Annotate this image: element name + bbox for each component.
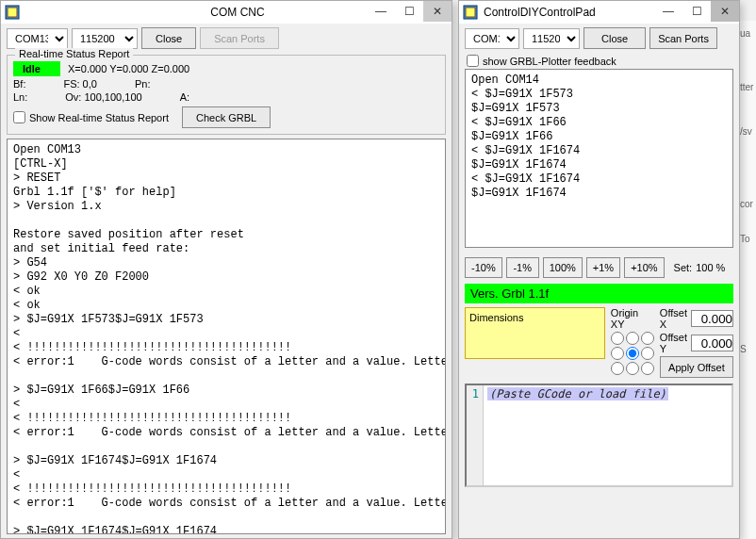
origin-bc[interactable]	[626, 362, 639, 375]
override-row: -10% -1% 100% +1% +10% Set: 100 %	[459, 253, 739, 282]
origin-grid	[611, 332, 654, 375]
dimensions-box: Dimensions	[465, 307, 605, 359]
gcode-text[interactable]: (Paste GCode or load file)	[484, 385, 731, 485]
minimize-button[interactable]: —	[654, 1, 682, 22]
position-readout: X=0.000 Y=0.000 Z=0.000	[68, 63, 189, 74]
origin-bl[interactable]	[611, 362, 624, 375]
check-grbl-button[interactable]: Check GRBL	[182, 106, 271, 128]
set-value: 100 %	[696, 262, 725, 273]
origin-br[interactable]	[641, 362, 654, 375]
bf-label: Bf:	[13, 78, 25, 90]
origin-ml[interactable]	[611, 347, 624, 360]
status-badge: Idle	[13, 61, 60, 76]
background-fragment: ua tter /sv cor To S	[737, 21, 756, 539]
offset-x-input[interactable]	[691, 310, 733, 327]
scan-ports-button[interactable]: Scan Ports	[200, 27, 279, 49]
port-select[interactable]: COM13	[7, 28, 68, 49]
scan-ports-button[interactable]: Scan Ports	[649, 27, 717, 49]
override-m10-button[interactable]: -10%	[465, 257, 502, 278]
app-icon	[463, 5, 478, 20]
svg-rect-1	[8, 8, 17, 17]
origin-tr[interactable]	[641, 332, 654, 345]
close-button[interactable]: ✕	[711, 1, 739, 22]
window-com-cnc: COM CNC — ☐ ✕ COM13 115200 Close Scan Po…	[0, 0, 452, 539]
override-p1-button[interactable]: +1%	[586, 257, 620, 278]
app-icon	[5, 5, 20, 20]
show-feedback-checkbox-input[interactable]	[467, 55, 479, 67]
status-group-title: Real-time Status Report	[15, 48, 133, 59]
override-p10-button[interactable]: +10%	[624, 257, 664, 278]
origin-mr[interactable]	[641, 347, 654, 360]
origin-mc[interactable]	[626, 347, 639, 360]
serial-console-right[interactable]: Open COM14 < $J=G91X 1F573 $J=G91X 1F573…	[465, 69, 733, 248]
maximize-button[interactable]: ☐	[395, 1, 423, 22]
origin-tl[interactable]	[611, 332, 624, 345]
maximize-button[interactable]: ☐	[682, 1, 711, 22]
serial-console-left[interactable]: Open COM13 [CTRL-X] > RESET Grbl 1.1f ['…	[7, 139, 446, 534]
show-rt-checkbox[interactable]: Show Real-time Status Report	[13, 111, 169, 123]
svg-rect-3	[466, 8, 475, 17]
show-rt-checkbox-input[interactable]	[13, 111, 25, 123]
gcode-editor[interactable]: 1 (Paste GCode or load file)	[465, 384, 733, 487]
gcode-gutter: 1	[467, 385, 484, 485]
fs-label: FS: 0,0	[63, 78, 96, 90]
close-port-button[interactable]: Close	[583, 27, 646, 49]
offset-y-label: Offset Y	[660, 332, 687, 354]
port-select[interactable]: COM14	[465, 28, 519, 49]
override-m1-button[interactable]: -1%	[506, 257, 539, 278]
baud-select[interactable]: 115200	[523, 28, 580, 49]
titlebar-control-pad[interactable]: ControlDIYControlPad — ☐ ✕	[459, 1, 739, 24]
titlebar-com-cnc[interactable]: COM CNC — ☐ ✕	[1, 1, 452, 24]
pn-label: Pn:	[135, 78, 151, 90]
version-bar: Vers. Grbl 1.1f	[465, 284, 733, 303]
offset-x-label: Offset X	[660, 307, 687, 330]
origin-label: Origin XY	[611, 307, 654, 330]
ln-label: Ln:	[13, 91, 27, 103]
close-port-button[interactable]: Close	[141, 27, 196, 49]
window-control-pad: ControlDIYControlPad — ☐ ✕ COM14 115200 …	[458, 0, 740, 539]
ov-label: Ov: 100,100,100	[65, 91, 141, 103]
a-label: A:	[180, 91, 189, 103]
origin-tc[interactable]	[626, 332, 639, 345]
override-100-button[interactable]: 100%	[543, 257, 583, 278]
close-button[interactable]: ✕	[423, 1, 452, 22]
dimensions-row: Dimensions Origin XY	[459, 305, 739, 380]
status-groupbox: Real-time Status Report Idle X=0.000 Y=0…	[7, 55, 446, 135]
connection-toolbar: COM14 115200 Close Scan Ports	[459, 24, 739, 53]
show-feedback-checkbox[interactable]: show GRBL-Plotter feedback	[467, 55, 731, 67]
apply-offset-button[interactable]: Apply Offset	[660, 356, 733, 378]
minimize-button[interactable]: —	[367, 1, 395, 22]
set-label: Set:	[674, 262, 693, 273]
offset-y-input[interactable]	[691, 335, 733, 351]
baud-select[interactable]: 115200	[72, 28, 138, 49]
